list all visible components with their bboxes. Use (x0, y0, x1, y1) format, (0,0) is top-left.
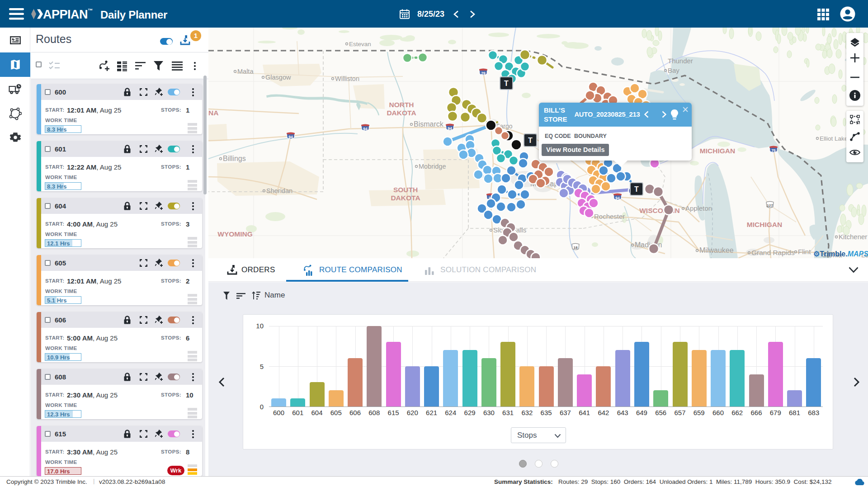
svg-text:Malta: Malta (237, 68, 254, 75)
svg-text:18: 18 (574, 246, 578, 250)
svg-text:Mobridge: Mobridge (419, 163, 446, 170)
svg-text:WYOMING: WYOMING (217, 230, 253, 238)
svg-text:T: T (528, 137, 533, 144)
svg-text:NORTH: NORTH (389, 101, 414, 109)
svg-text:Kitchener: Kitchener (839, 233, 867, 241)
svg-text:T: T (504, 80, 509, 87)
svg-text:Billings: Billings (223, 155, 246, 162)
svg-text:Grand Rapids: Grand Rapids (751, 249, 795, 256)
svg-text:Bismarck: Bismarck (414, 120, 444, 128)
svg-text:Flint: Flint (798, 248, 811, 255)
svg-text:Appleton: Appleton (685, 204, 712, 212)
svg-text:SOUTH: SOUTH (393, 186, 418, 194)
svg-text:T: T (634, 185, 639, 193)
svg-text:Estevan: Estevan (349, 41, 371, 47)
svg-text:94: 94 (363, 127, 368, 131)
svg-text:MICHIGAN: MICHIGAN (747, 221, 782, 228)
svg-text:127: 127 (767, 203, 773, 208)
svg-text:Bay: Bay (668, 66, 679, 74)
svg-text:Thunder: Thunder (668, 57, 693, 65)
svg-text:29: 29 (481, 71, 486, 76)
svg-text:DAKOTA: DAKOTA (387, 109, 416, 117)
svg-text:94: 94 (615, 196, 620, 200)
svg-text:75: 75 (771, 148, 776, 153)
svg-text:Elliot Lake: Elliot Lake (820, 135, 848, 142)
svg-text:Rochester: Rochester (594, 213, 625, 220)
svg-text:Glasgow: Glasgow (265, 74, 291, 81)
svg-text:NA: NA (208, 109, 218, 117)
svg-text:94: 94 (288, 135, 293, 139)
svg-text:MICHIGAN: MICHIGAN (700, 147, 735, 155)
svg-text:Sheridan: Sheridan (266, 187, 292, 194)
svg-text:94: 94 (448, 126, 452, 131)
svg-text:Milwaukee: Milwaukee (699, 246, 734, 254)
svg-text:Williston: Williston (335, 75, 359, 82)
svg-text:DAKOTA: DAKOTA (391, 194, 420, 202)
